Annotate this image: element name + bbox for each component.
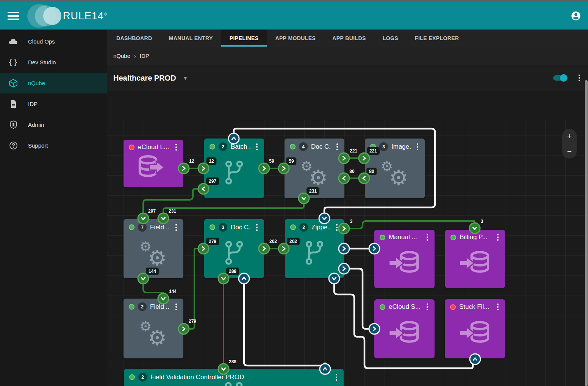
node-kebab-menu-icon[interactable] bbox=[254, 143, 260, 150]
edge-count-label: 279 bbox=[206, 238, 219, 245]
node-title: Field ... bbox=[150, 224, 170, 231]
node-kebab-menu-icon[interactable] bbox=[174, 304, 179, 310]
account-icon[interactable] bbox=[571, 11, 581, 21]
connector-green-chevron-right-icon[interactable] bbox=[258, 243, 270, 255]
connector-green-chevron-left-icon[interactable] bbox=[338, 173, 350, 184]
node-title: eCloud S... bbox=[389, 303, 421, 311]
connector-green-chevron-right-icon[interactable] bbox=[198, 243, 210, 255]
tab-app-builds[interactable]: APP BUILDS bbox=[324, 30, 374, 47]
node-zipped[interactable]: 2Zippe... bbox=[285, 219, 344, 278]
sidebar-item-nqube[interactable]: nQube bbox=[0, 73, 107, 93]
pipeline-edge-green bbox=[143, 285, 163, 294]
sidebar-item-label: Dev Studio bbox=[28, 59, 56, 65]
connector-green-chevron-down-icon[interactable] bbox=[218, 273, 230, 285]
zoom-in-button[interactable]: + bbox=[567, 132, 572, 140]
connector-green-chevron-right-icon[interactable] bbox=[178, 163, 190, 174]
node-kebab-menu-icon[interactable] bbox=[495, 304, 500, 310]
chevron-down-icon[interactable]: ▼ bbox=[183, 75, 188, 81]
connector-green-chevron-right-icon[interactable] bbox=[178, 323, 190, 335]
status-dot-ok bbox=[290, 144, 296, 149]
connector-green-chevron-right-icon[interactable] bbox=[198, 163, 210, 174]
connector-green-chevron-down-icon[interactable] bbox=[158, 293, 169, 305]
tab-manual-entry[interactable]: MANUAL ENTRY bbox=[161, 30, 221, 47]
node-batch[interactable]: 2Batch ... bbox=[204, 139, 264, 198]
node-ecloud-l[interactable]: eCloud L... bbox=[124, 140, 183, 187]
node-kebab-menu-icon[interactable] bbox=[334, 374, 339, 381]
connector-green-chevron-right-icon[interactable] bbox=[278, 163, 290, 174]
connector-blue-chevron-down-icon[interactable] bbox=[328, 273, 340, 285]
connector-green-chevron-right-icon[interactable] bbox=[258, 163, 270, 174]
node-count-badge: 3 bbox=[219, 223, 227, 232]
node-kebab-menu-icon[interactable] bbox=[495, 234, 500, 241]
zoom-out-button[interactable]: − bbox=[567, 147, 572, 155]
connector-green-chevron-left-icon[interactable] bbox=[358, 173, 370, 184]
node-kebab-menu-icon[interactable] bbox=[335, 143, 340, 150]
connector-green-chevron-right-icon[interactable] bbox=[358, 153, 370, 164]
sidebar-item-admin[interactable]: Admin bbox=[0, 114, 107, 135]
connector-green-chevron-down-icon[interactable] bbox=[469, 223, 481, 234]
sidebar-item-label: Support bbox=[28, 142, 48, 149]
connector-green-chevron-left-icon[interactable] bbox=[198, 183, 210, 195]
document-icon bbox=[8, 99, 18, 109]
node-kebab-menu-icon[interactable] bbox=[425, 304, 430, 310]
node-ecloud-s[interactable]: eCloud S... bbox=[374, 299, 435, 358]
connector-blue-chevron-right-icon[interactable] bbox=[338, 263, 350, 275]
edge-count-label: 144 bbox=[169, 289, 177, 294]
connector-blue-chevron-right-icon[interactable] bbox=[369, 323, 380, 335]
connector-green-chevron-down-icon[interactable] bbox=[138, 273, 149, 285]
node-field-validation-controller[interactable]: 2Field Validation Controller PROD bbox=[124, 369, 344, 386]
vertical-scrollbar[interactable] bbox=[585, 80, 588, 386]
connector-blue-chevron-up-icon[interactable] bbox=[228, 133, 240, 145]
sidebar-item-cloud-ops[interactable]: Cloud Ops bbox=[0, 31, 107, 52]
breadcrumb: nQube › IDP bbox=[107, 47, 588, 65]
node-kebab-menu-icon[interactable] bbox=[174, 144, 179, 151]
node-title: Field Validation Controller PROD bbox=[150, 374, 330, 381]
connector-blue-chevron-down-icon[interactable] bbox=[319, 213, 330, 224]
node-kebab-menu-icon[interactable] bbox=[174, 224, 179, 231]
branch-icon bbox=[303, 240, 325, 267]
node-kebab-menu-icon[interactable] bbox=[425, 234, 430, 241]
kebab-menu-icon[interactable] bbox=[577, 75, 582, 81]
node-billing[interactable]: Billing P... bbox=[445, 230, 505, 288]
node-title: Manual ... bbox=[389, 233, 421, 241]
db-import-icon bbox=[458, 251, 492, 277]
connector-green-chevron-right-icon[interactable] bbox=[278, 243, 290, 255]
edge-count-label: 202 bbox=[269, 239, 277, 244]
tab-logs[interactable]: LOGS bbox=[374, 30, 407, 47]
sidebar-item-idp[interactable]: IDP bbox=[0, 93, 107, 114]
tab-file-explorer[interactable]: FILE EXPLORER bbox=[407, 30, 467, 47]
breadcrumb-idp[interactable]: IDP bbox=[140, 53, 149, 59]
gears-icon: ⚙⚙ bbox=[374, 159, 416, 194]
connector-green-chevron-down-icon[interactable] bbox=[218, 363, 230, 375]
tab-bar: DASHBOARDMANUAL ENTRYPIPELINESAPP MODULE… bbox=[107, 30, 588, 47]
sidebar-item-dev-studio[interactable]: { }Dev Studio bbox=[0, 52, 107, 73]
edge-count-label: 221 bbox=[350, 148, 357, 154]
connector-green-chevron-right-icon[interactable] bbox=[338, 153, 350, 164]
registered-mark: ® bbox=[104, 12, 107, 16]
tab-dashboard[interactable]: DASHBOARD bbox=[108, 30, 161, 47]
connector-blue-chevron-right-icon[interactable] bbox=[369, 243, 380, 255]
node-header: 2Zippe... bbox=[285, 219, 344, 232]
pipeline-enabled-toggle[interactable] bbox=[553, 75, 567, 81]
connector-green-chevron-down-icon[interactable] bbox=[158, 213, 169, 224]
node-stuck-files[interactable]: Stuck Fil... bbox=[445, 299, 505, 358]
tab-pipelines[interactable]: PIPELINES bbox=[221, 30, 267, 47]
node-field-2[interactable]: 2Field ...⚙⚙ bbox=[124, 299, 183, 358]
connector-blue-chevron-up-icon[interactable] bbox=[238, 273, 250, 285]
connector-green-chevron-right-icon[interactable] bbox=[338, 223, 350, 235]
node-kebab-menu-icon[interactable] bbox=[415, 143, 420, 150]
menu-icon[interactable] bbox=[8, 12, 19, 20]
connector-blue-chevron-up-icon[interactable] bbox=[469, 353, 481, 365]
connector-blue-chevron-up-icon[interactable] bbox=[319, 363, 331, 375]
connector-green-chevron-down-icon[interactable] bbox=[138, 213, 149, 224]
breadcrumb-nqube[interactable]: nQube bbox=[113, 53, 130, 59]
tab-app-modules[interactable]: APP MODULES bbox=[267, 30, 324, 47]
pipeline-canvas[interactable]: + − + eCloud L...2Batch ...4Doc C...⚙⚙3I… bbox=[107, 120, 588, 386]
connector-green-chevron-down-icon[interactable] bbox=[298, 193, 310, 204]
shield-person-icon bbox=[8, 120, 18, 130]
connector-blue-chevron-right-icon[interactable] bbox=[338, 243, 350, 255]
node-kebab-menu-icon[interactable] bbox=[254, 224, 260, 231]
sidebar-item-support[interactable]: Support bbox=[0, 135, 107, 156]
node-manual[interactable]: Manual ... bbox=[374, 230, 435, 288]
main-area: DASHBOARDMANUAL ENTRYPIPELINESAPP MODULE… bbox=[107, 30, 588, 386]
